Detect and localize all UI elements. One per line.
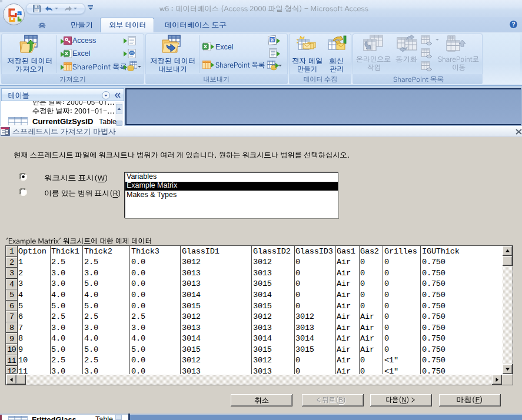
svg-text:?: ?: [511, 21, 515, 28]
svg-text:<>: <>: [129, 51, 134, 55]
svg-text:W: W: [270, 38, 275, 43]
